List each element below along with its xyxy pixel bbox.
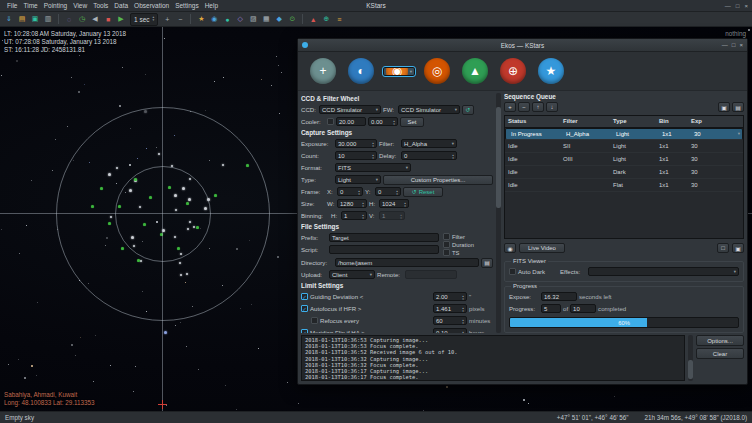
custom-properties-button[interactable]: Custom Properties... — [383, 175, 493, 185]
download-data-icon[interactable]: ⇓ — [3, 13, 15, 25]
type-select[interactable]: Light — [335, 175, 381, 184]
time-stop-icon[interactable]: ■ — [102, 13, 114, 25]
menu-time[interactable]: Time — [20, 2, 40, 9]
show-grid-icon[interactable]: ▦ — [260, 13, 272, 25]
menu-pointing[interactable]: Pointing — [41, 2, 71, 9]
show-dso-icon[interactable]: ◉ — [208, 13, 220, 25]
sequence-row[interactable]: Idle Dark 1x1 30 — [505, 166, 743, 179]
prefix-input[interactable]: Target — [329, 233, 439, 242]
meridian-flip-spinner[interactable]: 0.10 — [433, 328, 467, 333]
set-time-icon[interactable]: ◷ — [76, 13, 88, 25]
guide-deviation-checkbox[interactable] — [301, 293, 308, 300]
record-icon[interactable]: ◉ — [504, 243, 516, 253]
delay-spinner[interactable]: 0 — [401, 151, 457, 160]
menu-help[interactable]: Help — [202, 2, 221, 9]
show-planets-icon[interactable]: ● — [221, 13, 233, 25]
open-fits-icon[interactable]: ▤ — [16, 13, 28, 25]
ccd-select[interactable]: CCD Simulator — [319, 105, 381, 114]
time-step-arrows-icon[interactable]: ▴▾ — [153, 16, 155, 23]
exposure-spinner[interactable]: 30.000 — [335, 139, 377, 148]
sequence-row[interactable]: Idle OIII Light 1x1 30 — [505, 153, 743, 166]
sequence-row[interactable]: Idle Flat 1x1 30 — [505, 179, 743, 192]
prefix-duration-checkbox[interactable] — [443, 241, 450, 248]
refocus-spinner[interactable]: 60 — [433, 316, 467, 325]
fullscreen-icon[interactable]: ▣ — [732, 243, 744, 253]
zoom-in-icon[interactable]: + — [161, 13, 173, 25]
log-output[interactable]: 2018-01-13T10:36:53 Capturing image... 2… — [301, 335, 685, 381]
sequence-row[interactable]: Idle SII Light 1x1 30 — [505, 140, 743, 153]
ekos-titlebar[interactable]: Ekos — KStars — □ × — [298, 39, 747, 52]
minimize-icon[interactable]: — — [725, 3, 731, 9]
refresh-devices-icon[interactable]: ↺ — [462, 105, 474, 115]
ekos-tab-align[interactable]: ⊕ — [497, 55, 529, 87]
fw-select[interactable]: CCD Simulator — [398, 105, 460, 114]
autofocus-spinner[interactable]: 1.461 — [433, 304, 467, 313]
show-supernovae-icon[interactable]: ◇ — [234, 13, 246, 25]
filter-select[interactable]: H_Alpha — [401, 139, 457, 148]
detach-view-icon[interactable]: □ — [717, 243, 729, 253]
add-job-icon[interactable]: + — [504, 102, 516, 112]
print-icon[interactable]: ▥ — [42, 13, 54, 25]
maximize-icon[interactable]: □ — [736, 3, 740, 9]
menu-observation[interactable]: Observation — [131, 2, 172, 9]
log-scrollbar[interactable] — [688, 335, 693, 381]
menu-view[interactable]: View — [70, 2, 90, 9]
show-milky-way-icon[interactable]: ◆ — [273, 13, 285, 25]
refocus-checkbox[interactable] — [311, 317, 318, 324]
upload-select[interactable]: Client — [329, 270, 375, 279]
live-video-button[interactable]: Live Video — [519, 243, 565, 253]
ekos-tab-setup[interactable]: + — [307, 55, 339, 87]
size-w-spinner[interactable]: 1280 — [337, 199, 367, 208]
bin-h-spinner[interactable]: 1 — [341, 211, 367, 220]
zoom-out-icon[interactable]: − — [174, 13, 186, 25]
prefix-filter-checkbox[interactable] — [443, 233, 450, 240]
ekos-minimize-icon[interactable]: — — [722, 42, 728, 48]
guide-deviation-spinner[interactable]: 2.00 — [433, 292, 467, 301]
bin-v-spinner[interactable]: 1 — [379, 211, 405, 220]
menu-settings[interactable]: Settings — [172, 2, 202, 9]
script-input[interactable] — [329, 245, 439, 254]
save-queue-icon[interactable]: ▣ — [718, 102, 730, 112]
ekos-tab-observatory[interactable]: ★ — [535, 55, 567, 87]
ekos-maximize-icon[interactable]: □ — [732, 42, 736, 48]
menu-data[interactable]: Data — [111, 2, 131, 9]
options-button[interactable]: Options... — [696, 335, 744, 346]
effects-select[interactable] — [588, 267, 739, 276]
prefix-ts-checkbox[interactable] — [443, 249, 450, 256]
show-constellation-lines-icon[interactable]: ▨ — [247, 13, 259, 25]
export-sky-image-icon[interactable]: ▣ — [29, 13, 41, 25]
sequence-table[interactable]: Status Filter Type Bin Exp In Progress H… — [504, 115, 744, 239]
menu-tools[interactable]: Tools — [90, 2, 111, 9]
ekos-icon[interactable]: ▲ — [307, 13, 319, 25]
remove-job-icon[interactable]: − — [518, 102, 530, 112]
browse-folder-icon[interactable]: ▤ — [481, 258, 493, 268]
format-select[interactable]: FITS — [335, 163, 411, 172]
cooler-setpoint-spinner[interactable]: 0.00 — [368, 117, 398, 126]
move-job-up-icon[interactable]: ↑ — [532, 102, 544, 112]
show-stars-icon[interactable]: ★ — [195, 13, 207, 25]
sequence-row[interactable]: In Progress H_Alpha Light 1x1 30 — [505, 128, 743, 140]
show-horizon-icon[interactable]: ⊙ — [286, 13, 298, 25]
clear-log-button[interactable]: Clear — [696, 348, 744, 359]
close-icon[interactable]: × — [744, 3, 748, 9]
time-step-spinner[interactable]: 1 sec ▴▾ — [130, 13, 158, 26]
cooler-set-button[interactable]: Set — [400, 117, 424, 127]
size-h-spinner[interactable]: 1024 — [379, 199, 409, 208]
ekos-close-icon[interactable]: × — [739, 42, 743, 48]
meridian-flip-checkbox[interactable] — [301, 329, 308, 333]
menu-file[interactable]: File — [4, 2, 20, 9]
ekos-tab-mount[interactable]: ▲ — [459, 55, 491, 87]
ekos-tab-focus[interactable]: ◐ — [345, 55, 377, 87]
autofocus-checkbox[interactable] — [301, 305, 308, 312]
count-spinner[interactable]: 10 — [335, 151, 377, 160]
find-object-icon[interactable]: ◌ — [63, 13, 75, 25]
ekos-tab-guide[interactable]: ◎ — [421, 55, 453, 87]
move-job-down-icon[interactable]: ↓ — [546, 102, 558, 112]
remote-input[interactable] — [405, 270, 457, 279]
time-forward-icon[interactable]: ▶ — [115, 13, 127, 25]
whats-interesting-icon[interactable]: ≡ — [333, 13, 345, 25]
frame-reset-button[interactable]: ↺ Reset — [403, 187, 443, 197]
ekos-tab-capture[interactable]: ◉ — [383, 67, 415, 76]
open-queue-icon[interactable]: ▤ — [732, 102, 744, 112]
frame-y-spinner[interactable]: 0 — [375, 187, 401, 196]
